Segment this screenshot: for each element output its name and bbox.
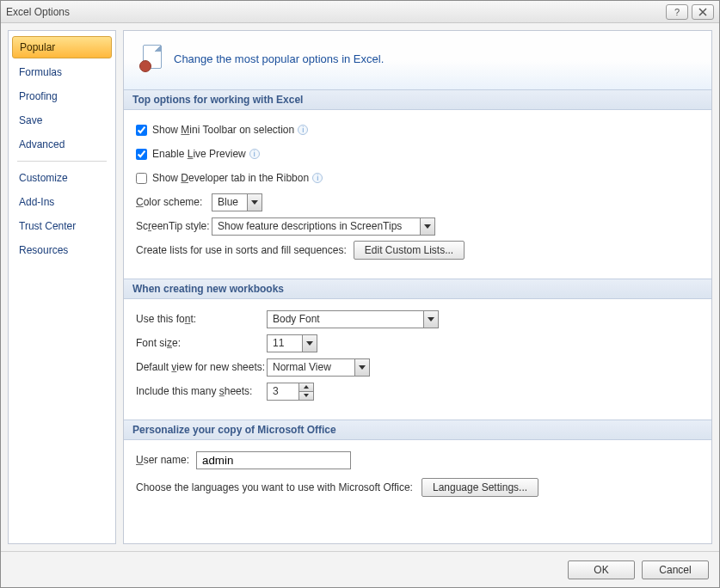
- checkbox-mini-toolbar-label: Show Mini Toolbar on selection: [152, 124, 294, 136]
- sidebar-item-trustcenter[interactable]: Trust Center: [9, 214, 115, 238]
- color-scheme-value: Blue: [212, 196, 247, 208]
- sidebar-item-popular[interactable]: Popular: [12, 36, 112, 58]
- chevron-down-icon[interactable]: [420, 218, 434, 235]
- cancel-button[interactable]: Cancel: [642, 560, 709, 579]
- font-label: Use this font:: [136, 313, 267, 325]
- sidebar-item-customize[interactable]: Customize: [9, 166, 115, 190]
- sheets-count-value: 3: [268, 383, 298, 400]
- section-new-workbooks: Use this font: Body Font Font size: 11 D…: [124, 299, 711, 420]
- checkbox-mini-toolbar[interactable]: [136, 125, 147, 136]
- default-view-label: Default view for new sheets:: [136, 361, 267, 373]
- sheets-count-label: Include this many sheets:: [136, 385, 267, 397]
- font-value: Body Font: [268, 313, 423, 325]
- options-icon: [139, 45, 163, 72]
- main-panel: Change the most popular options in Excel…: [123, 30, 712, 544]
- sidebar-item-save[interactable]: Save: [9, 108, 115, 132]
- color-scheme-combo[interactable]: Blue: [212, 193, 262, 211]
- info-icon[interactable]: i: [312, 173, 323, 183]
- section-top-options: Show Mini Toolbar on selection i Enable …: [124, 110, 711, 279]
- checkbox-developer-tab-label: Show Developer tab in the Ribbon: [152, 172, 309, 184]
- help-button[interactable]: ?: [666, 4, 688, 20]
- edit-custom-lists-button[interactable]: Edit Custom Lists...: [354, 241, 465, 260]
- dialog-footer: OK Cancel: [1, 551, 719, 587]
- info-icon[interactable]: i: [249, 149, 260, 159]
- excel-options-dialog: Excel Options ? Popular Formulas Proofin…: [0, 0, 720, 588]
- page-banner: Change the most popular options in Excel…: [124, 31, 711, 89]
- info-icon[interactable]: i: [298, 125, 308, 135]
- page-title: Change the most popular options in Excel…: [174, 52, 384, 65]
- username-label: User name:: [136, 454, 196, 466]
- chevron-down-icon[interactable]: [354, 359, 369, 376]
- section-personalize: User name: Choose the languages you want…: [124, 440, 711, 516]
- sidebar-separator: [17, 161, 107, 162]
- chevron-down-icon[interactable]: [302, 335, 317, 352]
- font-size-label: Font size:: [136, 337, 267, 349]
- sidebar-item-addins[interactable]: Add-Ins: [9, 190, 115, 214]
- color-scheme-label: Color scheme:: [136, 196, 212, 208]
- screentip-style-combo[interactable]: Show feature descriptions in ScreenTips: [212, 217, 435, 236]
- category-sidebar: Popular Formulas Proofing Save Advanced …: [8, 30, 116, 544]
- close-button[interactable]: [692, 4, 714, 20]
- chevron-down-icon[interactable]: [423, 311, 438, 328]
- ok-button[interactable]: OK: [568, 560, 635, 579]
- dialog-title: Excel Options: [6, 6, 70, 18]
- screentip-style-label: ScreenTip style:: [136, 220, 212, 232]
- titlebar: Excel Options ?: [1, 1, 719, 23]
- section-new-workbooks-header: When creating new workbooks: [124, 279, 711, 299]
- language-settings-label: Choose the languages you want to use wit…: [136, 481, 413, 493]
- font-size-combo[interactable]: 11: [267, 334, 317, 352]
- sidebar-item-advanced[interactable]: Advanced: [9, 132, 115, 156]
- screentip-style-value: Show feature descriptions in ScreenTips: [212, 220, 420, 232]
- spinner-up-button[interactable]: [299, 383, 313, 391]
- sidebar-item-formulas[interactable]: Formulas: [9, 60, 115, 84]
- default-view-value: Normal View: [268, 361, 354, 373]
- checkbox-live-preview[interactable]: [136, 149, 147, 160]
- section-personalize-header: Personalize your copy of Microsoft Offic…: [124, 420, 711, 440]
- language-settings-button[interactable]: Language Settings...: [422, 478, 538, 497]
- username-input[interactable]: [196, 451, 351, 469]
- font-size-value: 11: [268, 337, 302, 349]
- checkbox-live-preview-label: Enable Live Preview: [152, 148, 246, 160]
- sheets-count-spinner[interactable]: 3: [267, 383, 314, 401]
- sidebar-item-proofing[interactable]: Proofing: [9, 84, 115, 108]
- checkbox-developer-tab[interactable]: [136, 173, 147, 184]
- custom-lists-label: Create lists for use in sorts and fill s…: [136, 244, 347, 256]
- chevron-down-icon[interactable]: [247, 194, 262, 211]
- sidebar-item-resources[interactable]: Resources: [9, 238, 115, 262]
- default-view-combo[interactable]: Normal View: [267, 358, 370, 377]
- spinner-down-button[interactable]: [299, 391, 313, 400]
- section-top-options-header: Top options for working with Excel: [124, 89, 711, 110]
- font-combo[interactable]: Body Font: [267, 310, 439, 328]
